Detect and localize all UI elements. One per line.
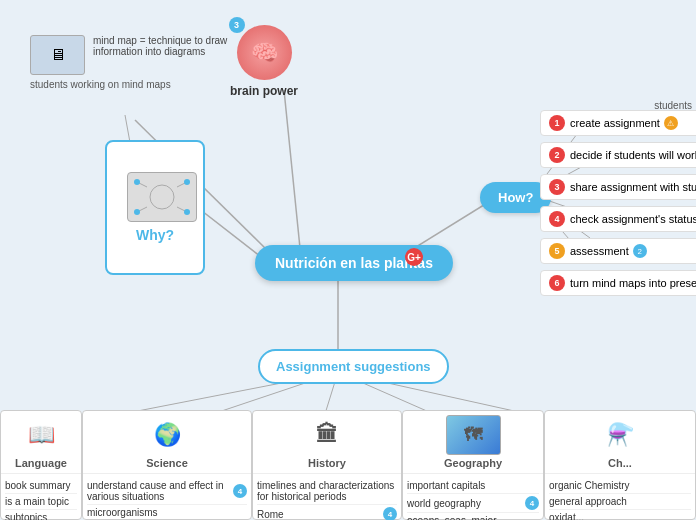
svg-point-17 xyxy=(150,185,174,209)
step3-badge: 3 xyxy=(549,179,565,195)
step5-badge: 5 xyxy=(549,243,565,259)
how-step-3[interactable]: 3 share assignment with students xyxy=(540,174,696,200)
language-item-2[interactable]: is a main topic xyxy=(5,494,77,510)
science-items: understand cause and effect in various s… xyxy=(83,473,251,520)
science-item-2[interactable]: microorganisms xyxy=(87,505,247,520)
step5-badge2: 2 xyxy=(633,244,647,258)
science-label: Science xyxy=(146,457,188,469)
brain-icon: 🧠 xyxy=(237,25,292,80)
svg-point-25 xyxy=(184,209,190,215)
geography-label: Geography xyxy=(444,457,502,469)
subject-card-history: 🏛 History timelines and characterization… xyxy=(252,410,402,520)
step6-text: turn mind maps into presentations xyxy=(570,277,696,289)
language-items: book summary is a main topic subtopics xyxy=(1,473,81,520)
how-label: How? xyxy=(498,190,533,205)
subject-card-science: 🌍 Science understand cause and effect in… xyxy=(82,410,252,520)
how-step-5[interactable]: 5 assessment 2 xyxy=(540,238,696,264)
svg-point-22 xyxy=(134,179,140,185)
history-header: 🏛 History xyxy=(253,411,401,473)
how-step-4[interactable]: 4 check assignment's status i xyxy=(540,206,696,232)
chemistry-header: ⚗️ Ch... xyxy=(545,411,695,473)
science-header: 🌍 Science xyxy=(83,411,251,473)
step5-text: assessment xyxy=(570,245,629,257)
geo-item-2[interactable]: world geography 4 xyxy=(407,494,539,513)
history-item-2[interactable]: Rome 4 xyxy=(257,505,397,520)
history-icon: 🏛 xyxy=(307,415,347,455)
mindmap-description-node: 🖥 mind map = technique to draw informati… xyxy=(30,35,243,90)
science-badge-1: 4 xyxy=(233,484,247,498)
history-item-1[interactable]: timelines and characterizations for hist… xyxy=(257,478,397,505)
subject-card-geography: 🗺 Geography important capitals world geo… xyxy=(402,410,544,520)
assignment-suggestions-node[interactable]: Assignment suggestions xyxy=(258,349,449,384)
history-label: History xyxy=(308,457,346,469)
geography-items: important capitals world geography 4 oce… xyxy=(403,473,543,520)
gplus-icon[interactable]: G+ xyxy=(405,248,423,266)
step4-badge: 4 xyxy=(549,211,565,227)
how-step-6[interactable]: 6 turn mind maps into presentations xyxy=(540,270,696,296)
svg-line-3 xyxy=(284,90,300,248)
subject-card-language: 📖 Language book summary is a main topic … xyxy=(0,410,82,520)
svg-point-24 xyxy=(134,209,140,215)
science-icon: 🌍 xyxy=(147,415,187,455)
central-node[interactable]: Nutrición en las plantas xyxy=(255,245,453,281)
chemistry-label: Ch... xyxy=(608,457,632,469)
geo-badge-2: 4 xyxy=(525,496,539,510)
why-label: Why? xyxy=(127,227,183,243)
step1-text: create assignment xyxy=(570,117,660,129)
how-step-1[interactable]: 1 create assignment ⚠ xyxy=(540,110,696,136)
step1-warning: ⚠ xyxy=(664,116,678,130)
chemistry-icon: ⚗️ xyxy=(600,415,640,455)
geography-header: 🗺 Geography xyxy=(403,411,543,473)
chem-item-2[interactable]: general approach xyxy=(549,494,691,510)
step6-badge: 6 xyxy=(549,275,565,291)
chem-item-3[interactable]: oxidat... xyxy=(549,510,691,520)
science-item-1[interactable]: understand cause and effect in various s… xyxy=(87,478,247,505)
language-header: 📖 Language xyxy=(1,411,81,473)
step2-text: decide if students will work individuall… xyxy=(570,149,696,161)
how-steps-container: 1 create assignment ⚠ 2 decide if studen… xyxy=(540,110,696,302)
svg-point-23 xyxy=(184,179,190,185)
geography-icon: 🗺 xyxy=(446,415,501,455)
history-items: timelines and characterizations for hist… xyxy=(253,473,401,520)
geo-item-3[interactable]: oceans, seas, major manmade canals, larg… xyxy=(407,513,539,520)
step3-text: share assignment with students xyxy=(570,181,696,193)
geo-item-1[interactable]: important capitals xyxy=(407,478,539,494)
mindmap-text: mind map = technique to draw information… xyxy=(93,35,243,57)
step1-badge: 1 xyxy=(549,115,565,131)
step2-badge: 2 xyxy=(549,147,565,163)
history-badge-rome: 4 xyxy=(383,507,397,520)
why-diagram-image xyxy=(127,172,197,222)
chemistry-items: organic Chemistry general approach oxida… xyxy=(545,473,695,520)
language-icon: 📖 xyxy=(21,415,61,455)
why-node[interactable]: Why? xyxy=(105,140,205,275)
brain-badge: 3 xyxy=(229,17,245,33)
chem-item-1[interactable]: organic Chemistry xyxy=(549,478,691,494)
language-item-1[interactable]: book summary xyxy=(5,478,77,494)
students-working-label: students working on mind maps xyxy=(30,79,243,90)
language-item-3[interactable]: subtopics xyxy=(5,510,77,520)
subject-card-chemistry: ⚗️ Ch... organic Chemistry general appro… xyxy=(544,410,696,520)
assignment-label: Assignment suggestions xyxy=(276,359,431,374)
computer-icon: 🖥 xyxy=(30,35,85,75)
language-label: Language xyxy=(15,457,67,469)
step4-text: check assignment's status xyxy=(570,213,696,225)
how-step-2[interactable]: 2 decide if students will work individua… xyxy=(540,142,696,168)
